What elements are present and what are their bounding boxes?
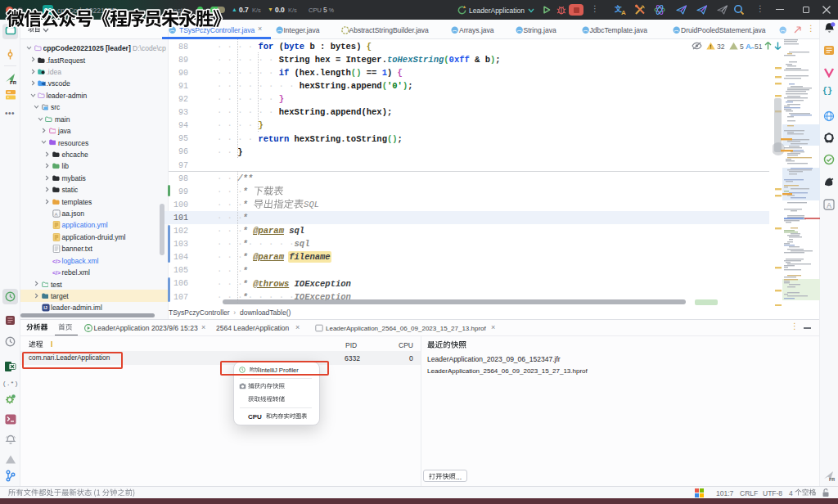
svg-text:FR: FR bbox=[829, 477, 835, 482]
svg-text:IJ: IJ bbox=[43, 306, 47, 311]
svg-text:FR: FR bbox=[10, 80, 17, 85]
svg-text:A: A bbox=[746, 42, 751, 51]
svg-text:A: A bbox=[55, 212, 58, 217]
svg-text:</>: </> bbox=[52, 258, 61, 263]
svg-text:A: A bbox=[621, 9, 626, 16]
svg-text:</>: </> bbox=[52, 270, 61, 276]
svg-text:A: A bbox=[827, 201, 831, 209]
